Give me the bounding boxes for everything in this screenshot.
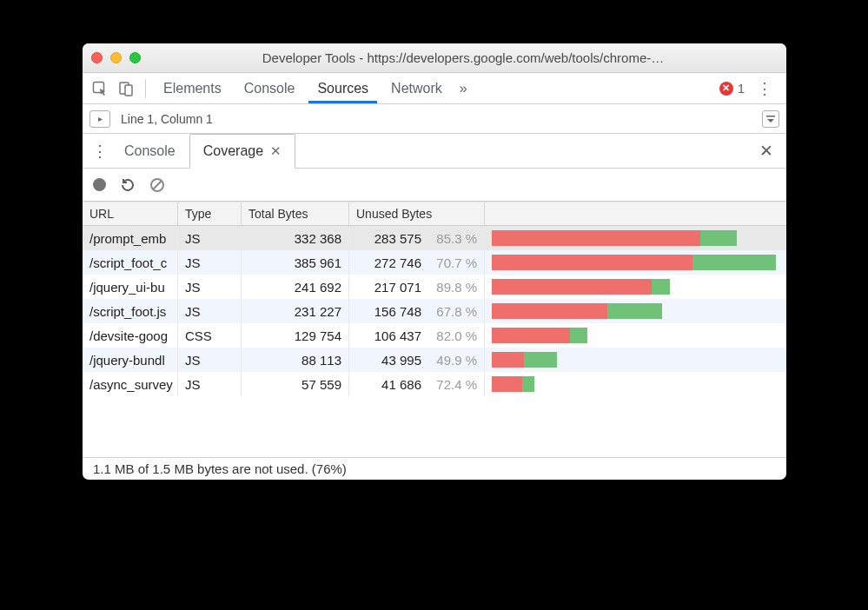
cell-total-bytes: 241 692	[242, 275, 349, 299]
cell-url: /jquery-bundl	[83, 348, 178, 372]
tab-sources[interactable]: Sources	[308, 73, 377, 103]
clear-button[interactable]	[149, 177, 165, 193]
col-unused[interactable]: Unused Bytes	[349, 202, 485, 225]
cursor-position: Line 1, Column 1	[121, 112, 213, 126]
titlebar: Developer Tools - https://developers.goo…	[83, 43, 786, 73]
main-tabstrip: Elements Console Sources Network » ✕ 1 ⋮	[83, 73, 786, 104]
navigator-toggle-icon[interactable]: ▸	[89, 110, 110, 128]
cell-type: JS	[178, 275, 242, 299]
cell-usage-bar	[485, 299, 786, 323]
cell-unused-bytes: 283 57585.3 %	[349, 226, 485, 250]
cell-unused-bytes: 217 07189.8 %	[349, 275, 485, 299]
error-icon: ✕	[719, 82, 733, 96]
col-total[interactable]: Total Bytes	[242, 202, 349, 225]
drawer-tab-coverage[interactable]: Coverage ✕	[189, 134, 295, 169]
drawer-menu-button[interactable]: ⋮	[89, 134, 110, 168]
cell-type: JS	[178, 348, 242, 372]
cell-type: JS	[178, 250, 242, 275]
close-drawer-button[interactable]: ✕	[753, 134, 779, 168]
drawer-tabstrip: ⋮ Console Coverage ✕ ✕	[83, 134, 786, 169]
table-row[interactable]: /jquery_ui-buJS241 692217 07189.8 %	[83, 275, 786, 299]
table-row[interactable]: /prompt_embJS332 368283 57585.3 %	[83, 226, 786, 250]
cell-total-bytes: 88 113	[242, 348, 349, 372]
table-body: /prompt_embJS332 368283 57585.3 %/script…	[83, 226, 786, 457]
cell-usage-bar	[485, 226, 786, 250]
zoom-window-button[interactable]	[129, 52, 141, 63]
more-tabs-button[interactable]: »	[456, 73, 471, 103]
window-controls	[91, 52, 141, 63]
cell-url: /devsite-goog	[83, 323, 178, 348]
tab-network[interactable]: Network	[382, 73, 451, 103]
cell-type: JS	[178, 226, 242, 250]
table-row[interactable]: /async_surveyJS57 55941 68672.4 %	[83, 372, 786, 396]
cell-url: /script_foot.js	[83, 299, 178, 323]
drawer-tab-console[interactable]: Console	[110, 134, 189, 168]
cell-type: CSS	[178, 323, 242, 348]
cell-url: /script_foot_c	[83, 250, 178, 275]
cell-url: /jquery_ui-bu	[83, 275, 178, 299]
table-header: URL Type Total Bytes Unused Bytes	[83, 202, 786, 226]
sources-statusbar: ▸ Line 1, Column 1	[83, 104, 786, 134]
close-window-button[interactable]	[91, 52, 103, 63]
col-usage-bar[interactable]	[485, 202, 786, 225]
cell-url: /async_survey	[83, 372, 178, 396]
scroll-to-top-icon[interactable]	[762, 110, 779, 128]
close-tab-icon[interactable]: ✕	[270, 143, 282, 159]
error-indicator[interactable]: ✕ 1	[719, 81, 745, 96]
cell-unused-bytes: 106 43782.0 %	[349, 323, 485, 348]
devtools-window: Developer Tools - https://developers.goo…	[83, 43, 786, 480]
coverage-table: URL Type Total Bytes Unused Bytes /promp…	[83, 202, 786, 457]
cell-usage-bar	[485, 323, 786, 348]
table-row[interactable]: /script_foot.jsJS231 227156 74867.8 %	[83, 299, 786, 323]
reload-button[interactable]	[120, 177, 136, 193]
coverage-summary: 1.1 MB of 1.5 MB bytes are not used. (76…	[83, 457, 786, 480]
minimize-window-button[interactable]	[110, 52, 122, 63]
error-count: 1	[738, 81, 745, 96]
table-row[interactable]: /devsite-googCSS129 754106 43782.0 %	[83, 323, 786, 348]
inspect-icon[interactable]	[89, 78, 110, 99]
cell-total-bytes: 231 227	[242, 299, 349, 323]
cell-type: JS	[178, 299, 242, 323]
tab-console[interactable]: Console	[235, 73, 304, 103]
device-toggle-icon[interactable]	[116, 78, 136, 99]
table-row[interactable]: /jquery-bundlJS88 11343 99549.9 %	[83, 348, 786, 372]
cell-usage-bar	[485, 372, 786, 396]
drawer-tab-label: Console	[124, 143, 176, 159]
record-button[interactable]	[93, 178, 106, 191]
svg-line-4	[153, 181, 162, 189]
cell-usage-bar	[485, 250, 786, 275]
table-row[interactable]: /script_foot_cJS385 961272 74670.7 %	[83, 250, 786, 275]
cell-total-bytes: 57 559	[242, 372, 349, 396]
cell-unused-bytes: 43 99549.9 %	[349, 348, 485, 372]
svg-rect-2	[125, 85, 132, 96]
divider	[145, 79, 146, 98]
cell-unused-bytes: 272 74670.7 %	[349, 250, 485, 275]
cell-usage-bar	[485, 348, 786, 372]
cell-unused-bytes: 41 68672.4 %	[349, 372, 485, 396]
drawer-tab-label: Coverage	[203, 143, 263, 159]
window-title: Developer Tools - https://developers.goo…	[149, 50, 778, 65]
coverage-toolbar	[83, 169, 786, 202]
cell-total-bytes: 129 754	[242, 323, 349, 348]
cell-unused-bytes: 156 74867.8 %	[349, 299, 485, 323]
cell-usage-bar	[485, 275, 786, 299]
col-type[interactable]: Type	[178, 202, 242, 225]
tab-elements[interactable]: Elements	[155, 73, 230, 103]
cell-total-bytes: 385 961	[242, 250, 349, 275]
settings-menu-button[interactable]: ⋮	[750, 79, 779, 98]
cell-url: /prompt_emb	[83, 226, 178, 250]
cell-total-bytes: 332 368	[242, 226, 349, 250]
col-url[interactable]: URL	[83, 202, 178, 225]
cell-type: JS	[178, 372, 242, 396]
